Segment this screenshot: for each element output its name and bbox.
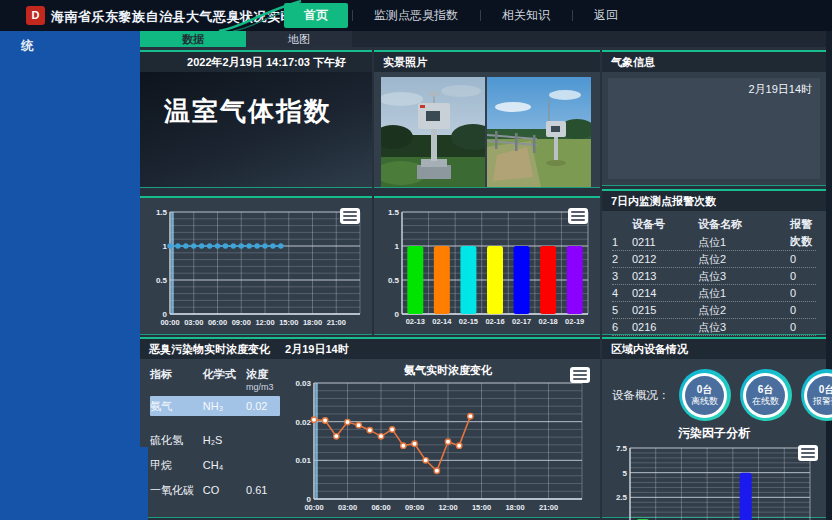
pollutants-col-indicator: 指标: [150, 367, 203, 392]
panel-alarms: 7日内监测点报警次数 设备号设备名称报警次数10211点位1020212点位20…: [602, 189, 826, 335]
photos-container: [374, 72, 600, 192]
alarms-cell: 0: [790, 251, 816, 267]
svg-text:7.5: 7.5: [616, 444, 628, 453]
svg-text:0.5: 0.5: [388, 276, 400, 285]
nav-item-返回[interactable]: 返回: [572, 0, 640, 31]
pollutant-row-H₂S[interactable]: 硫化氢H₂S: [150, 430, 280, 450]
alarms-table-row[interactable]: 60216点位30: [612, 319, 816, 336]
svg-text:0.5: 0.5: [156, 276, 168, 285]
nav-item-首页[interactable]: 首页: [284, 3, 348, 28]
svg-text:06:00: 06:00: [371, 503, 390, 512]
alarms-cell: 0212: [632, 251, 698, 267]
panel-greeting: 2022年2月19日 14:17:03 下午好 温室气体指数: [140, 50, 372, 188]
chart-menu-icon[interactable]: [340, 208, 360, 224]
greeting-body: 温室气体指数: [140, 72, 372, 187]
devices-panel-title: 区域内设备情况: [602, 339, 826, 359]
device-stats: 0台离线数6台在线数0台报警数: [679, 369, 832, 421]
svg-text:03:00: 03:00: [338, 503, 357, 512]
factor-analysis-svg: 02.557.5氨气硫化氢甲烷一氧化碳: [608, 443, 816, 520]
hourly-index-svg: 00.511.500:0003:0006:0009:0012:0015:0018…: [144, 202, 368, 330]
svg-text:15:00: 15:00: [472, 503, 491, 512]
alarms-cell: 点位3: [698, 268, 790, 284]
right-edge-strip: [826, 31, 832, 520]
dashboard-root: D 海南省乐东黎族自治县大气恶臭状况实时发布系 首页监测点恶臭指数相关知识返回 …: [0, 0, 832, 520]
chart-menu-icon[interactable]: [568, 208, 588, 224]
pollutants-col-formula: 化学式: [203, 367, 246, 392]
stat-circle-ring: 0台离线数: [682, 373, 727, 418]
stat-value: 0台: [819, 384, 832, 396]
stat-circle-core: 6台在线数: [746, 376, 785, 415]
datetime-text: 2022年2月19日 14:17:03 下午好: [187, 56, 346, 68]
top-bar: D 海南省乐东黎族自治县大气恶臭状况实时发布系 首页监测点恶臭指数相关知识返回: [0, 0, 832, 31]
stat-circle-core: 0台离线数: [685, 376, 724, 415]
alarms-table-row[interactable]: 50215点位20: [612, 302, 816, 319]
tab-数据[interactable]: 数据: [140, 31, 246, 47]
alarms-cell: 3: [612, 268, 632, 284]
alarms-table-row[interactable]: 10211点位10: [612, 234, 816, 251]
svg-text:02-17: 02-17: [512, 317, 531, 326]
nav-item-监测点恶臭指数[interactable]: 监测点恶臭指数: [352, 0, 480, 31]
svg-text:02-19: 02-19: [565, 317, 584, 326]
svg-text:00:00: 00:00: [304, 503, 323, 512]
panel-daily-index-chart: 00.511.502-1302-1402-1502-1602-1702-1802…: [374, 196, 600, 335]
svg-text:1: 1: [395, 242, 400, 251]
svg-text:02-15: 02-15: [459, 317, 478, 326]
pollutant-formula: CO: [203, 480, 246, 500]
alarms-col-header: 设备号: [632, 216, 698, 234]
pollutant-row-NH₃[interactable]: 氨气NH₃0.02: [150, 396, 280, 416]
chart-menu-icon[interactable]: [798, 445, 818, 461]
weather-body: 2月19日14时: [608, 78, 820, 179]
pollutant-value: 0.61: [246, 480, 280, 500]
svg-text:02-13: 02-13: [406, 317, 425, 326]
svg-text:1.5: 1.5: [156, 208, 168, 217]
weather-panel-title: 气象信息: [602, 52, 826, 72]
alarms-col-header: 报警次数: [790, 216, 816, 234]
svg-text:21:00: 21:00: [539, 503, 558, 512]
svg-text:18:00: 18:00: [505, 503, 524, 512]
alarms-table-row[interactable]: 30213点位30: [612, 268, 816, 285]
pollutant-name: 一氧化碳: [150, 480, 203, 500]
stat-label: 报警数: [813, 396, 832, 407]
panel-hourly-index-chart: 00.511.500:0003:0006:0009:0012:0015:0018…: [140, 196, 372, 335]
pollutant-value: [246, 430, 280, 450]
device-stat-circle-离线数: 0台离线数: [679, 369, 731, 421]
alarms-cell: 0: [790, 285, 816, 301]
alarms-header-row: 设备号设备名称报警次数: [612, 216, 816, 234]
stat-value: 6台: [758, 384, 774, 396]
nh3-trend-chart: 00.010.020.0300:0003:0006:0009:0012:0015…: [284, 361, 600, 519]
stat-label: 在线数: [752, 396, 779, 407]
stat-circle-ring: 6台在线数: [743, 373, 788, 418]
daily-index-chart: 00.511.502-1302-1402-1502-1602-1702-1802…: [374, 198, 600, 334]
svg-text:0.03: 0.03: [295, 379, 311, 388]
pollutants-col-unit: mg/m3: [246, 382, 280, 392]
pollutants-header-row: 指标化学式浓度mg/m3: [150, 367, 280, 392]
factor-analysis-title: 污染因子分析: [602, 425, 826, 442]
panel-weather: 气象信息 2月19日14时: [602, 50, 826, 186]
panel-devices: 区域内设备情况 设备概况： 0台离线数6台在线数0台报警数 污染因子分析 02.…: [602, 337, 826, 518]
weather-date: 2月19日14时: [608, 78, 820, 101]
alarms-cell: 0216: [632, 319, 698, 335]
alarms-cell: 0215: [632, 302, 698, 318]
logo-glyph: D: [32, 10, 40, 21]
pollutant-row-CO[interactable]: 一氧化碳CO0.61: [150, 480, 280, 500]
stat-circle-core: 0台报警数: [807, 376, 832, 415]
sidebar-corner-decoration: [140, 447, 148, 520]
alarms-cell: 0: [790, 268, 816, 284]
alarms-cell: 0213: [632, 268, 698, 284]
device-overview-label: 设备概况：: [612, 388, 670, 403]
panel-pollutants: 恶臭污染物实时浓度变化 2月19日14时 指标化学式浓度mg/m3氨气NH₃0.…: [140, 337, 600, 518]
svg-text:0: 0: [395, 310, 400, 319]
nav-item-相关知识[interactable]: 相关知识: [480, 0, 572, 31]
page-title: 温室气体指数: [140, 72, 372, 129]
svg-text:06:00: 06:00: [208, 318, 227, 327]
pollutant-row-CH₄[interactable]: 甲烷CH₄: [150, 455, 280, 475]
alarms-table-row[interactable]: 40214点位10: [612, 285, 816, 302]
tab-地图[interactable]: 地图: [246, 31, 352, 47]
svg-text:02-18: 02-18: [539, 317, 558, 326]
alarms-table-row[interactable]: 20212点位20: [612, 251, 816, 268]
svg-text:0.02: 0.02: [295, 418, 311, 427]
chart-menu-icon[interactable]: [570, 367, 590, 383]
factor-chart-area: 02.557.5氨气硫化氢甲烷一氧化碳: [602, 443, 826, 520]
device-stat-circle-在线数: 6台在线数: [740, 369, 792, 421]
alarms-cell: 点位2: [698, 302, 790, 318]
